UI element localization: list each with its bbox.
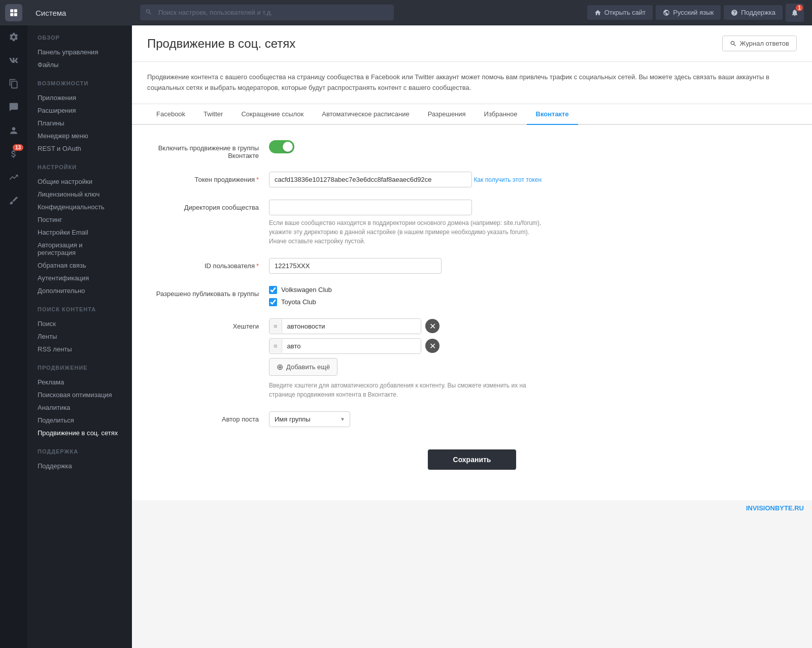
sidebar-section: ПОДДЕРЖКА xyxy=(27,439,132,460)
author-row: Автор поста Имя группы xyxy=(147,411,797,427)
sidebar-nav-item[interactable]: Аутентификация xyxy=(27,272,132,284)
sidebar-icons: 13 xyxy=(0,0,27,648)
tab-item[interactable]: Сокращение ссылок xyxy=(232,104,313,125)
save-button[interactable]: Сохранить xyxy=(428,449,517,470)
nav-user-icon[interactable] xyxy=(0,119,27,142)
token-row: Токен продвижения* Как получить этот ток… xyxy=(147,172,797,187)
sidebar-nav-item[interactable]: Расширения xyxy=(27,104,132,117)
sidebar-nav-item[interactable]: Обратная связь xyxy=(27,259,132,272)
group-label[interactable]: Volkswagen Club xyxy=(281,286,332,294)
sidebar-nav-item[interactable]: Поделиться xyxy=(27,414,132,427)
nav-copy-icon[interactable] xyxy=(0,72,27,95)
group-checkbox-item: Volkswagen Club xyxy=(269,286,797,294)
sidebar-nav-item[interactable]: Файлы xyxy=(27,58,132,71)
drag-handle-icon[interactable]: ≡ xyxy=(269,339,282,353)
sidebar-nav-item[interactable]: Панель управления xyxy=(27,46,132,58)
nav-settings-icon[interactable] xyxy=(0,25,27,49)
userid-row: ID пользователя* xyxy=(147,258,797,274)
community-label: Директория сообщества xyxy=(147,200,269,211)
nav-vk-icon[interactable] xyxy=(0,49,27,72)
author-label: Автор поста xyxy=(147,411,269,423)
sidebar-section: ВОЗМОЖНОСТИ xyxy=(27,71,132,91)
tab-item[interactable]: Вконтакте xyxy=(527,104,578,125)
sidebar-nav-item[interactable]: Поддержка xyxy=(27,460,132,472)
sidebar-nav-item[interactable]: Плагины xyxy=(27,117,132,129)
sidebar-nav-item[interactable]: Ленты xyxy=(27,330,132,343)
sidebar-nav-item[interactable]: Дополнительно xyxy=(27,284,132,297)
community-input[interactable] xyxy=(269,200,472,215)
support-button[interactable]: Поддержка xyxy=(724,5,783,20)
sidebar-nav-item[interactable]: Реклама xyxy=(27,376,132,388)
journal-button[interactable]: Журнал ответов xyxy=(722,36,797,51)
hashtag-input[interactable] xyxy=(282,339,421,353)
notification-button[interactable]: 1 xyxy=(786,4,804,22)
sidebar-nav-item[interactable]: Приложения xyxy=(27,91,132,104)
sidebar-nav-item[interactable]: Постинг xyxy=(27,213,132,226)
sidebar-section-title: НАСТРОЙКИ xyxy=(38,164,122,170)
notification-badge: 1 xyxy=(796,5,803,11)
remove-hashtag-button[interactable]: ✕ xyxy=(425,339,439,353)
search-wrap xyxy=(140,5,394,20)
hashtag-row: ≡ ✕ xyxy=(269,318,797,334)
tab-item[interactable]: Избранное xyxy=(475,104,527,125)
userid-wrap xyxy=(269,258,797,274)
author-select[interactable]: Имя группы xyxy=(269,411,350,427)
group-checkbox[interactable] xyxy=(269,286,277,294)
nav-comments-icon[interactable] xyxy=(0,95,27,119)
sidebar-main: Система ОБЗОРПанель управленияФайлыВОЗМО… xyxy=(27,0,132,648)
nav-brush-icon[interactable] xyxy=(0,189,27,212)
tab-item[interactable]: Разрешения xyxy=(419,104,475,125)
nav-analytics-icon[interactable] xyxy=(0,166,27,189)
groups-label: Разрешено публиковать в группы xyxy=(147,286,269,298)
language-button[interactable]: Русский язык xyxy=(656,5,721,20)
sidebar-nav-item[interactable]: Поиск xyxy=(27,317,132,330)
add-hashtag-button[interactable]: ⊕ Добавить ещё xyxy=(269,358,337,376)
sidebar-section: ОБЗОР xyxy=(27,25,132,46)
token-input[interactable] xyxy=(269,172,472,187)
userid-input[interactable] xyxy=(269,258,442,274)
toggle-wrap xyxy=(269,140,797,153)
open-site-button[interactable]: Открыть сайт xyxy=(587,5,653,20)
token-link[interactable]: Как получить этот токен xyxy=(474,176,542,183)
hashtags-wrap: ≡ ✕ ≡ ✕ ⊕ Добавить ещё Введите хэштеги д… xyxy=(269,318,797,399)
content-area: Продвижение в соц. сетях Журнал ответов … xyxy=(132,25,812,648)
sidebar-section-title: ОБЗОР xyxy=(38,35,122,41)
sidebar-nav-item[interactable]: Настройки Email xyxy=(27,226,132,239)
group-checkbox-item: Toyota Club xyxy=(269,298,797,306)
sidebar-section: ПОИСК КОНТЕНТА xyxy=(27,297,132,317)
sidebar-nav-item[interactable]: Аналитика xyxy=(27,401,132,414)
sidebar-nav-item[interactable]: REST и OAuth xyxy=(27,142,132,155)
group-label[interactable]: Toyota Club xyxy=(281,298,316,306)
description-text: Продвижение контента с вашего сообщества… xyxy=(147,72,797,93)
groups-row: Разрешено публиковать в группы Volkswage… xyxy=(147,286,797,306)
hashtags-hint: Введите хэштеги для автоматического доба… xyxy=(269,381,543,399)
sidebar-nav-item[interactable]: Менеджер меню xyxy=(27,129,132,142)
nav-money-icon[interactable]: 13 xyxy=(0,142,27,166)
community-row: Директория сообщества Если ваше сообщест… xyxy=(147,200,797,246)
enable-toggle[interactable] xyxy=(269,140,294,153)
tab-item[interactable]: Автоматическое расписание xyxy=(313,104,419,125)
sidebar-section: НАСТРОЙКИ xyxy=(27,155,132,175)
footer-brand: INVISIONBYTE.RU xyxy=(132,500,812,516)
remove-hashtag-button[interactable]: ✕ xyxy=(425,319,439,333)
group-checkbox[interactable] xyxy=(269,298,277,306)
tab-item[interactable]: Facebook xyxy=(147,104,194,125)
sidebar-nav-item[interactable]: Авторизация и регистрация xyxy=(27,239,132,259)
search-input[interactable] xyxy=(140,5,394,20)
token-wrap: Как получить этот токен xyxy=(269,172,797,187)
sidebar-nav-item[interactable]: Конфиденциальность xyxy=(27,201,132,213)
drag-handle-icon[interactable]: ≡ xyxy=(269,319,282,333)
toggle-label: Включить продвижение в группы Вконтакте xyxy=(147,140,269,159)
sidebar-nav-item[interactable]: Продвижение в соц. сетях xyxy=(27,427,132,439)
sidebar-nav-item[interactable]: Поисковая оптимизация xyxy=(27,388,132,401)
token-label: Токен продвижения* xyxy=(147,172,269,183)
sidebar-section-title: ВОЗМОЖНОСТИ xyxy=(38,80,122,86)
tab-item[interactable]: Twitter xyxy=(194,104,232,125)
hashtag-input[interactable] xyxy=(282,319,421,334)
sidebar-nav-item[interactable]: RSS ленты xyxy=(27,343,132,355)
logo-icon xyxy=(5,4,22,21)
community-hint: Если ваше сообщество находится в поддире… xyxy=(269,218,543,246)
sidebar-nav-item[interactable]: Лицензионный ключ xyxy=(27,188,132,201)
sidebar-nav-item[interactable]: Общие настройки xyxy=(27,175,132,188)
sidebar-section-title: ПРОДВИЖЕНИЕ xyxy=(38,365,122,371)
